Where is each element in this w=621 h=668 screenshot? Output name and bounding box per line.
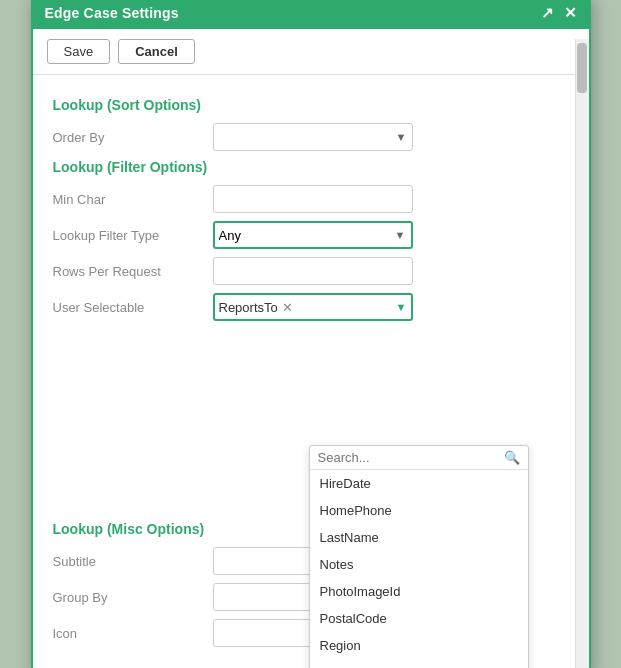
user-selectable-control: ReportsTo ✕ ▼ <box>213 293 569 321</box>
edge-case-settings-dialog: Edge Case Settings ↗ ✕ Save Cancel Looku… <box>31 0 591 668</box>
order-by-select[interactable] <box>214 128 391 147</box>
sort-section-header: Lookup (Sort Options) <box>53 97 569 113</box>
dropdown-search-icon: 🔍 <box>504 450 520 465</box>
dropdown-search-bar: 🔍 <box>310 446 528 470</box>
order-by-control: ▼ <box>213 123 569 151</box>
chip-label: ReportsTo <box>219 300 278 315</box>
save-button[interactable]: Save <box>47 39 111 64</box>
rows-per-request-label: Rows Per Request <box>53 264 213 279</box>
dropdown-item[interactable]: Region <box>310 632 528 659</box>
dialog-title: Edge Case Settings <box>45 5 179 21</box>
dropdown-item[interactable]: PostalCode <box>310 605 528 632</box>
order-by-select-wrap[interactable]: ▼ <box>213 123 413 151</box>
filter-section-header: Lookup (Filter Options) <box>53 159 569 175</box>
min-char-row: Min Char <box>53 185 569 213</box>
lookup-filter-type-label: Lookup Filter Type <box>53 228 213 243</box>
dropdown-item[interactable]: HireDate <box>310 470 528 497</box>
dialog-titlebar: Edge Case Settings ↗ ✕ <box>33 0 589 29</box>
user-selectable-label: User Selectable <box>53 300 213 315</box>
dropdown-search-input[interactable] <box>318 450 504 465</box>
dropdown-list: HireDateHomePhoneLastNameNotesPhotoImage… <box>310 470 528 668</box>
user-selectable-chip: ReportsTo ✕ <box>219 300 293 315</box>
user-selectable-row: User Selectable ReportsTo ✕ ▼ <box>53 293 569 321</box>
expand-icon[interactable]: ↗ <box>541 4 554 22</box>
rows-per-request-input[interactable] <box>213 257 413 285</box>
dropdown-item[interactable]: LastName <box>310 524 528 551</box>
lookup-filter-type-select[interactable]: Any Contains StartsWith <box>215 226 390 245</box>
order-by-arrow-icon: ▼ <box>391 131 412 143</box>
titlebar-icons: ↗ ✕ <box>541 4 577 22</box>
order-by-row: Order By ▼ <box>53 123 569 151</box>
rows-per-request-row: Rows Per Request <box>53 257 569 285</box>
subtitle-label: Subtitle <box>53 554 213 569</box>
lookup-filter-type-control: Any Contains StartsWith ▼ <box>213 221 569 249</box>
close-icon[interactable]: ✕ <box>564 4 577 22</box>
user-selectable-dropdown: 🔍 HireDateHomePhoneLastNameNotesPhotoIma… <box>309 445 529 668</box>
lookup-filter-type-select-wrap[interactable]: Any Contains StartsWith ▼ <box>213 221 413 249</box>
user-selectable-chip-wrap[interactable]: ReportsTo ✕ ▼ <box>213 293 413 321</box>
group-by-label: Group By <box>53 590 213 605</box>
dialog-toolbar: Save Cancel <box>33 29 589 75</box>
min-char-input[interactable] <box>213 185 413 213</box>
chip-dropdown-arrow-icon[interactable]: ▼ <box>396 301 407 313</box>
dialog-body: Lookup (Sort Options) Order By ▼ Lookup … <box>33 75 589 668</box>
chip-close-icon[interactable]: ✕ <box>282 301 293 314</box>
dropdown-item[interactable]: RegionId <box>310 659 528 668</box>
dropdown-item[interactable]: HomePhone <box>310 497 528 524</box>
lookup-filter-type-row: Lookup Filter Type Any Contains StartsWi… <box>53 221 569 249</box>
dropdown-item[interactable]: PhotoImageId <box>310 578 528 605</box>
cancel-button[interactable]: Cancel <box>118 39 195 64</box>
dropdown-item[interactable]: Notes <box>310 551 528 578</box>
min-char-label: Min Char <box>53 192 213 207</box>
order-by-label: Order By <box>53 130 213 145</box>
rows-per-request-control <box>213 257 569 285</box>
icon-label: Icon <box>53 626 213 641</box>
min-char-control <box>213 185 569 213</box>
lookup-filter-type-arrow-icon: ▼ <box>390 229 411 241</box>
